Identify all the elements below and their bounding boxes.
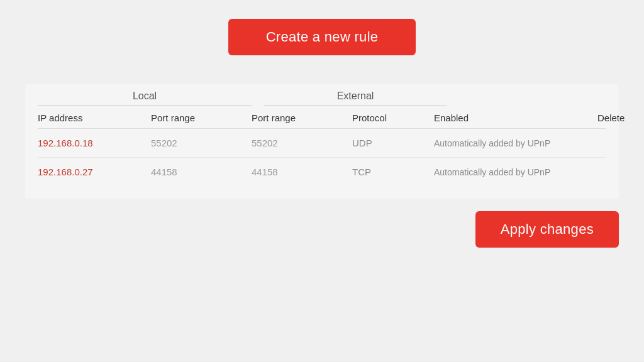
row2-enabled: Automatically added by UPnP [434, 167, 597, 177]
create-rule-button[interactable]: Create a new rule [228, 19, 416, 55]
row2-ip: 192.168.0.27 [38, 167, 151, 177]
row1-local-port: 55202 [151, 138, 252, 148]
row2-local-port: 44158 [151, 167, 252, 177]
section-external-label: External [264, 90, 447, 106]
row1-enabled: Automatically added by UPnP [434, 138, 597, 148]
table-row: 192.168.0.27 44158 44158 TCP Automatical… [38, 158, 606, 186]
col-header-ext-port: Port range [252, 112, 352, 123]
col-header-ip: IP address [38, 112, 151, 123]
row2-ext-port: 44158 [252, 167, 352, 177]
port-forwarding-table: Local External IP address Port range Por… [25, 84, 619, 199]
row1-ext-port: 55202 [252, 138, 352, 148]
col-header-local-port: Port range [151, 112, 252, 123]
row1-ip: 192.168.0.18 [38, 138, 151, 148]
create-rule-section: Create a new rule [25, 19, 619, 73]
row1-protocol: UDP [352, 138, 434, 148]
col-header-delete: Delete [597, 112, 644, 123]
footer-row: Apply changes [25, 211, 619, 248]
col-header-enabled: Enabled [434, 112, 597, 123]
row2-protocol: TCP [352, 167, 434, 177]
section-labels-row: Local External [38, 90, 606, 106]
column-headers-row: IP address Port range Port range Protoco… [38, 106, 606, 129]
section-local-label: Local [38, 90, 252, 106]
col-header-protocol: Protocol [352, 112, 434, 123]
table-row: 192.168.0.18 55202 55202 UDP Automatical… [38, 129, 606, 158]
apply-changes-button[interactable]: Apply changes [475, 211, 619, 248]
